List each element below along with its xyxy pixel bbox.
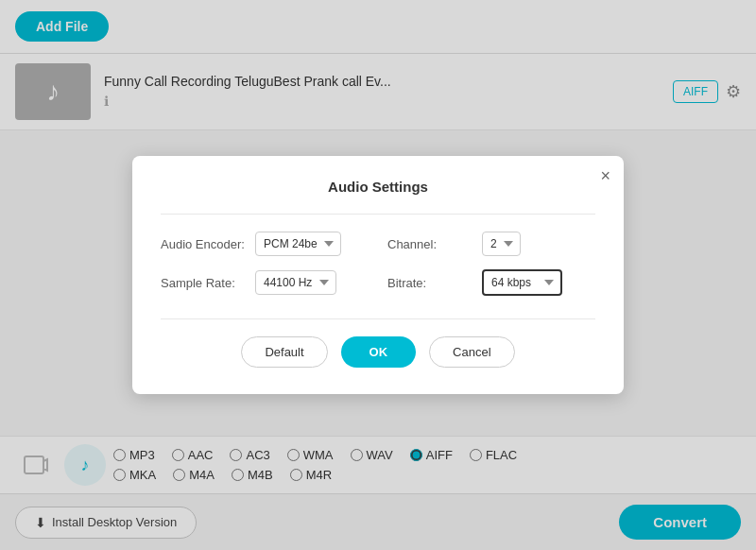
bitrate-label: Bitrate:: [387, 276, 472, 290]
audio-settings-dialog: × Audio Settings Audio Encoder: PCM 24be…: [132, 156, 624, 394]
encoder-select[interactable]: PCM 24be PCM 16be PCM 32be: [255, 232, 341, 256]
ok-button[interactable]: OK: [341, 336, 417, 368]
channel-row: Channel: 1 2 4: [387, 232, 595, 256]
bitrate-row: Bitrate: 64 kbps 128 kbps 192 kbps 256 k…: [387, 269, 595, 296]
channel-select[interactable]: 1 2 4: [482, 232, 521, 256]
dialog-title: Audio Settings: [161, 179, 595, 195]
sample-rate-label: Sample Rate:: [161, 276, 246, 290]
bitrate-select[interactable]: 64 kbps 128 kbps 192 kbps 256 kbps 320 k…: [482, 269, 562, 296]
channel-label: Channel:: [387, 237, 472, 251]
dialog-bottom-divider: [161, 318, 595, 319]
dialog-close-button[interactable]: ×: [600, 167, 610, 184]
dialog-actions: Default OK Cancel: [161, 336, 595, 368]
sample-rate-row: Sample Rate: 44100 Hz 22050 Hz 48000 Hz: [161, 269, 369, 296]
encoder-row: Audio Encoder: PCM 24be PCM 16be PCM 32b…: [161, 232, 369, 256]
encoder-label: Audio Encoder:: [161, 237, 246, 251]
dialog-divider: [161, 214, 595, 215]
default-button[interactable]: Default: [241, 336, 327, 368]
sample-rate-select[interactable]: 44100 Hz 22050 Hz 48000 Hz: [255, 270, 336, 295]
cancel-button[interactable]: Cancel: [429, 336, 514, 368]
overlay: × Audio Settings Audio Encoder: PCM 24be…: [0, 0, 756, 550]
form-grid: Audio Encoder: PCM 24be PCM 16be PCM 32b…: [161, 232, 595, 296]
